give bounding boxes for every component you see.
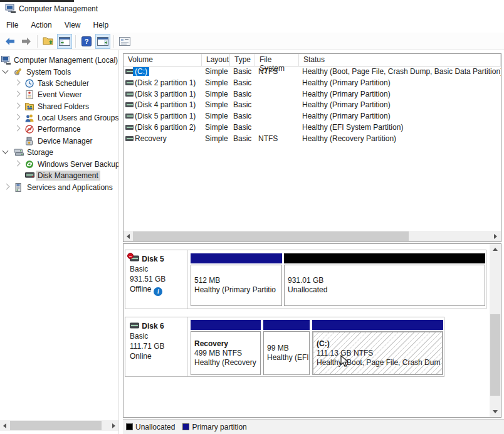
volume-fs: NTFS: [258, 67, 278, 76]
partition-size: 499 MB NTFS: [194, 349, 257, 358]
scroll-down-icon[interactable]: [493, 410, 498, 413]
info-icon[interactable]: i: [154, 287, 162, 296]
toolbar-separator: [37, 35, 38, 48]
tree-item-windows-server-backup[interactable]: Windows Server Backup: [0, 158, 118, 170]
volume-fs: NTFS: [258, 134, 278, 143]
partition-name: (C:): [317, 339, 439, 349]
console-tree-pane: Computer Management (Local) System Tools…: [0, 50, 119, 434]
back-button[interactable]: [3, 34, 18, 49]
chevron-collapsed-icon[interactable]: [14, 125, 21, 132]
volume-type: Basic: [233, 67, 251, 76]
tree-item-disk-management[interactable]: Disk Management: [0, 169, 118, 181]
scroll-up-icon[interactable]: [493, 248, 498, 251]
column-header-volume[interactable]: Volume: [123, 54, 202, 66]
export-list-button[interactable]: [41, 34, 56, 49]
volume-status: Healthy (Primary Partition): [302, 90, 391, 98]
app-icon: [5, 4, 16, 14]
tree-item-task-scheduler[interactable]: Task Scheduler: [0, 77, 118, 89]
chevron-expanded-icon[interactable]: [3, 148, 9, 154]
menu-action[interactable]: Action: [24, 19, 58, 31]
primary-partition-swatch: [182, 423, 189, 430]
volume-row-disk5-p1[interactable]: (Disk 5 partition 1) Simple Basic Health…: [123, 110, 501, 122]
show-action-pane-button[interactable]: [95, 34, 110, 49]
disk6-row: Disk 6 Basic 111.71 GB Online Recovery 4…: [125, 317, 444, 377]
volume-name: (Disk 5 partition 1): [135, 112, 196, 120]
disk-vertical-scrollbar[interactable]: [490, 244, 501, 417]
legend-bar: Unallocated Primary partition: [123, 419, 504, 434]
forward-button[interactable]: [19, 34, 34, 49]
volume-icon: [125, 102, 134, 107]
tree-item-event-viewer[interactable]: Event Viewer: [0, 88, 118, 100]
volume-status: Healthy (Primary Partition): [302, 112, 391, 120]
back-arrow-icon: [5, 37, 15, 46]
volume-type: Basic: [233, 123, 251, 132]
tree-item-performance[interactable]: Performance: [0, 123, 118, 135]
tree-item-shared-folders[interactable]: Shared Folders: [0, 100, 118, 112]
tree-item-device-manager[interactable]: Device Manager: [0, 135, 118, 147]
tree-horizontal-scrollbar[interactable]: [0, 420, 119, 431]
disk6-label[interactable]: Disk 6 Basic 111.71 GB Online: [125, 317, 187, 376]
disk6-partition-c[interactable]: (C:) 111.13 GB NTFS Healthy (Boot, Page …: [312, 320, 443, 375]
volume-row-disk4-p1[interactable]: (Disk 4 partition 1) Simple Basic Health…: [123, 99, 501, 110]
volume-row-disk3-p1[interactable]: (Disk 3 partition 1) Simple Basic Health…: [123, 88, 501, 100]
partition-status: Unallocated: [288, 285, 481, 295]
chevron-collapsed-icon[interactable]: [14, 114, 21, 120]
tree-item-local-users-and-groups[interactable]: Local Users and Groups: [0, 112, 118, 124]
tree-item-storage[interactable]: Storage: [0, 146, 118, 158]
disk5-partition2-unallocated[interactable]: 931.01 GB Unallocated: [284, 253, 485, 306]
volume-horizontal-scrollbar[interactable]: [123, 231, 501, 241]
local-users-icon: [25, 114, 34, 122]
volume-type: Basic: [233, 100, 251, 109]
volume-status: Healthy (Recovery Partition): [302, 134, 396, 143]
scroll-left-icon[interactable]: [127, 234, 130, 239]
disk-state: Online: [130, 351, 182, 361]
disk5-partition1[interactable]: 512 MB Healthy (Primary Partitio: [191, 253, 282, 306]
tree-item-system-tools[interactable]: System Tools: [0, 66, 118, 78]
properties-button[interactable]: [117, 34, 132, 49]
partition-status: Healthy (Recovery: [194, 358, 257, 368]
disk5-label[interactable]: Disk 5 Basic 931.51 GB Offlinei: [125, 250, 187, 309]
volume-icon: [125, 125, 134, 130]
chevron-collapsed-icon[interactable]: [14, 161, 21, 167]
volume-status: Healthy (Primary Partition): [302, 78, 391, 87]
legend-unallocated-label: Unallocated: [135, 423, 175, 431]
column-header-type[interactable]: Type: [230, 54, 255, 66]
chevron-collapsed-icon[interactable]: [4, 184, 10, 190]
volume-row-disk6-p2[interactable]: (Disk 6 partition 2) Simple Basic Health…: [123, 122, 501, 133]
disk5-row: Disk 5 Basic 931.51 GB Offlinei 512 MB H…: [125, 250, 486, 309]
volume-status: Healthy (EFI System Partition): [302, 123, 403, 132]
column-header-file-system[interactable]: File System: [255, 54, 299, 66]
disk6-partition-recovery[interactable]: Recovery 499 MB NTFS Healthy (Recovery: [191, 320, 261, 375]
show-console-tree-button[interactable]: [57, 34, 72, 49]
titlebar: Computer Management: [0, 0, 504, 18]
tree-item-computer-management[interactable]: Computer Management (Local): [0, 54, 118, 66]
scroll-left-icon[interactable]: [3, 423, 6, 428]
disk-name: Disk 5: [142, 254, 164, 264]
disk-name: Disk 6: [142, 321, 164, 331]
disk6-partition-efi[interactable]: 99 MB Healthy (EFI: [263, 320, 310, 375]
disk-scrollbar-thumb[interactable]: [490, 314, 500, 396]
tree-scrollbar-thumb[interactable]: [10, 421, 102, 430]
volume-scrollbar-thumb[interactable]: [133, 231, 409, 241]
scroll-right-icon[interactable]: [494, 234, 497, 239]
volume-list-pane: Volume Layout Type File System Status (C…: [123, 53, 501, 242]
column-header-status[interactable]: Status: [299, 54, 501, 66]
menu-view[interactable]: View: [58, 19, 87, 31]
chevron-collapsed-icon[interactable]: [14, 91, 21, 97]
volume-row-recovery[interactable]: Recovery Simple Basic NTFS Healthy (Reco…: [123, 133, 501, 144]
tree-item-services-and-applications[interactable]: Services and Applications: [0, 181, 118, 193]
help-button[interactable]: ?: [79, 34, 94, 49]
menu-file[interactable]: File: [0, 19, 24, 31]
scroll-right-icon[interactable]: [112, 423, 115, 428]
legend-primary-label: Primary partition: [192, 423, 246, 431]
forward-arrow-icon: [21, 37, 31, 46]
menu-help[interactable]: Help: [87, 19, 115, 31]
console-tree-window-icon: [59, 37, 70, 46]
column-header-layout[interactable]: Layout: [202, 54, 230, 66]
chevron-collapsed-icon[interactable]: [14, 80, 21, 86]
volume-row-disk2-p1[interactable]: (Disk 2 partition 1) Simple Basic Health…: [123, 77, 501, 88]
chevron-collapsed-icon[interactable]: [14, 103, 21, 109]
volume-row-c[interactable]: (C:) Simple Basic NTFS Healthy (Boot, Pa…: [123, 66, 501, 77]
partition-body: 931.01 GB Unallocated: [284, 265, 485, 306]
chevron-expanded-icon[interactable]: [3, 68, 9, 74]
